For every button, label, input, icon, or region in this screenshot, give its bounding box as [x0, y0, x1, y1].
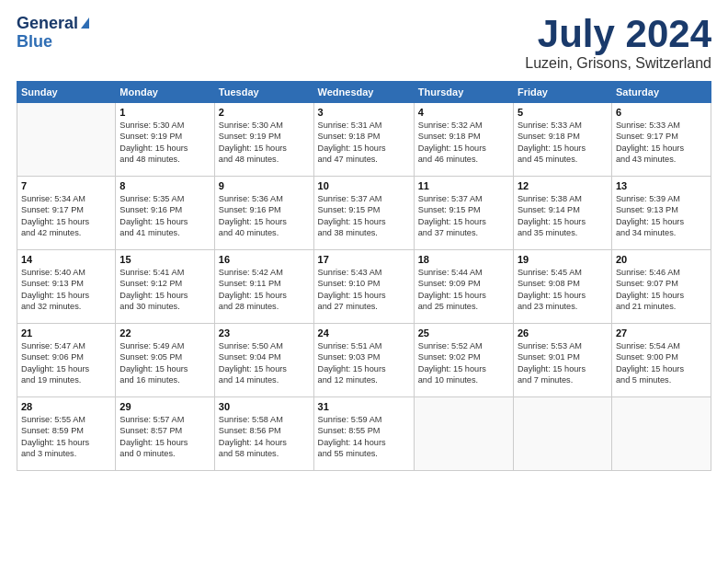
calendar-week-row: 21Sunrise: 5:47 AM Sunset: 9:06 PM Dayli…	[17, 324, 711, 397]
header-saturday: Saturday	[611, 82, 711, 103]
location: Luzein, Grisons, Switzerland	[525, 55, 711, 72]
day-info: Sunrise: 5:36 AM Sunset: 9:16 PM Dayligh…	[219, 193, 310, 239]
day-info: Sunrise: 5:54 AM Sunset: 9:00 PM Dayligh…	[616, 340, 707, 386]
header-sunday: Sunday	[17, 82, 116, 103]
weekday-header-row: Sunday Monday Tuesday Wednesday Thursday…	[17, 82, 711, 103]
calendar-day: 14Sunrise: 5:40 AM Sunset: 9:13 PM Dayli…	[17, 250, 116, 324]
day-info: Sunrise: 5:42 AM Sunset: 9:11 PM Dayligh…	[219, 267, 310, 313]
calendar-week-row: 28Sunrise: 5:55 AM Sunset: 8:59 PM Dayli…	[17, 397, 711, 471]
day-info: Sunrise: 5:50 AM Sunset: 9:04 PM Dayligh…	[219, 340, 310, 386]
day-number: 14	[21, 254, 111, 265]
day-info: Sunrise: 5:30 AM Sunset: 9:19 PM Dayligh…	[219, 120, 310, 166]
day-number: 8	[119, 180, 210, 191]
calendar-day: 9Sunrise: 5:36 AM Sunset: 9:16 PM Daylig…	[214, 177, 313, 250]
day-info: Sunrise: 5:58 AM Sunset: 8:56 PM Dayligh…	[219, 414, 310, 460]
calendar-day: 3Sunrise: 5:31 AM Sunset: 9:18 PM Daylig…	[313, 103, 414, 177]
logo: General Blue	[17, 15, 89, 52]
calendar-day: 20Sunrise: 5:46 AM Sunset: 9:07 PM Dayli…	[611, 250, 711, 324]
title-block: July 2024 Luzein, Grisons, Switzerland	[525, 15, 711, 72]
day-number: 19	[518, 254, 608, 265]
calendar-day: 17Sunrise: 5:43 AM Sunset: 9:10 PM Dayli…	[313, 250, 414, 324]
calendar-week-row: 1Sunrise: 5:30 AM Sunset: 9:19 PM Daylig…	[17, 103, 711, 177]
page: General Blue July 2024 Luzein, Grisons, …	[0, 0, 728, 563]
day-number: 21	[21, 327, 111, 339]
day-info: Sunrise: 5:32 AM Sunset: 9:18 PM Dayligh…	[418, 120, 509, 166]
day-info: Sunrise: 5:52 AM Sunset: 9:02 PM Dayligh…	[418, 340, 509, 386]
day-number: 28	[21, 401, 111, 412]
header-wednesday: Wednesday	[313, 82, 414, 103]
calendar-day: 27Sunrise: 5:54 AM Sunset: 9:00 PM Dayli…	[611, 324, 711, 397]
day-number: 6	[616, 107, 707, 118]
day-number: 25	[418, 327, 509, 339]
calendar-day: 31Sunrise: 5:59 AM Sunset: 8:55 PM Dayli…	[313, 397, 414, 471]
day-info: Sunrise: 5:38 AM Sunset: 9:14 PM Dayligh…	[518, 193, 608, 239]
day-number: 26	[518, 327, 608, 339]
logo-blue: Blue	[17, 32, 52, 51]
day-info: Sunrise: 5:30 AM Sunset: 9:19 PM Dayligh…	[119, 120, 210, 166]
header-thursday: Thursday	[414, 82, 513, 103]
day-info: Sunrise: 5:33 AM Sunset: 9:18 PM Dayligh…	[518, 120, 608, 166]
day-info: Sunrise: 5:31 AM Sunset: 9:18 PM Dayligh…	[318, 120, 410, 166]
calendar-day: 2Sunrise: 5:30 AM Sunset: 9:19 PM Daylig…	[214, 103, 313, 177]
calendar-day: 25Sunrise: 5:52 AM Sunset: 9:02 PM Dayli…	[414, 324, 513, 397]
day-number: 7	[21, 180, 111, 191]
day-number: 9	[219, 180, 310, 191]
day-info: Sunrise: 5:45 AM Sunset: 9:08 PM Dayligh…	[518, 267, 608, 313]
day-info: Sunrise: 5:49 AM Sunset: 9:05 PM Dayligh…	[119, 340, 210, 386]
day-number: 27	[616, 327, 707, 339]
month-title: July 2024	[525, 15, 711, 53]
calendar-day: 24Sunrise: 5:51 AM Sunset: 9:03 PM Dayli…	[313, 324, 414, 397]
calendar-day: 6Sunrise: 5:33 AM Sunset: 9:17 PM Daylig…	[611, 103, 711, 177]
day-number: 20	[616, 254, 707, 265]
day-info: Sunrise: 5:35 AM Sunset: 9:16 PM Dayligh…	[119, 193, 210, 239]
day-info: Sunrise: 5:47 AM Sunset: 9:06 PM Dayligh…	[21, 340, 111, 386]
calendar-day: 12Sunrise: 5:38 AM Sunset: 9:14 PM Dayli…	[513, 177, 611, 250]
calendar-day	[611, 397, 711, 471]
day-number: 18	[418, 254, 509, 265]
calendar-day	[414, 397, 513, 471]
calendar-day: 4Sunrise: 5:32 AM Sunset: 9:18 PM Daylig…	[414, 103, 513, 177]
day-number: 15	[119, 254, 210, 265]
calendar-day	[17, 103, 116, 177]
day-info: Sunrise: 5:59 AM Sunset: 8:55 PM Dayligh…	[318, 414, 410, 460]
day-info: Sunrise: 5:43 AM Sunset: 9:10 PM Dayligh…	[318, 267, 410, 313]
day-number: 30	[219, 401, 310, 412]
logo-general: General	[17, 15, 78, 33]
day-number: 1	[119, 107, 210, 118]
day-info: Sunrise: 5:34 AM Sunset: 9:17 PM Dayligh…	[21, 193, 111, 239]
day-number: 24	[318, 327, 410, 339]
day-number: 12	[518, 180, 608, 191]
day-number: 4	[418, 107, 509, 118]
calendar-day: 23Sunrise: 5:50 AM Sunset: 9:04 PM Dayli…	[214, 324, 313, 397]
calendar-day: 26Sunrise: 5:53 AM Sunset: 9:01 PM Dayli…	[513, 324, 611, 397]
calendar-day: 21Sunrise: 5:47 AM Sunset: 9:06 PM Dayli…	[17, 324, 116, 397]
calendar-day: 8Sunrise: 5:35 AM Sunset: 9:16 PM Daylig…	[116, 177, 215, 250]
day-number: 17	[318, 254, 410, 265]
calendar-week-row: 14Sunrise: 5:40 AM Sunset: 9:13 PM Dayli…	[17, 250, 711, 324]
day-info: Sunrise: 5:41 AM Sunset: 9:12 PM Dayligh…	[119, 267, 210, 313]
header-friday: Friday	[513, 82, 611, 103]
day-number: 23	[219, 327, 310, 339]
day-info: Sunrise: 5:37 AM Sunset: 9:15 PM Dayligh…	[318, 193, 410, 239]
calendar-day: 29Sunrise: 5:57 AM Sunset: 8:57 PM Dayli…	[116, 397, 215, 471]
day-number: 5	[518, 107, 608, 118]
day-number: 11	[418, 180, 509, 191]
calendar-day: 22Sunrise: 5:49 AM Sunset: 9:05 PM Dayli…	[116, 324, 215, 397]
calendar-day: 18Sunrise: 5:44 AM Sunset: 9:09 PM Dayli…	[414, 250, 513, 324]
calendar-day: 7Sunrise: 5:34 AM Sunset: 9:17 PM Daylig…	[17, 177, 116, 250]
day-info: Sunrise: 5:37 AM Sunset: 9:15 PM Dayligh…	[418, 193, 509, 239]
day-info: Sunrise: 5:44 AM Sunset: 9:09 PM Dayligh…	[418, 267, 509, 313]
day-info: Sunrise: 5:40 AM Sunset: 9:13 PM Dayligh…	[21, 267, 111, 313]
calendar-day: 28Sunrise: 5:55 AM Sunset: 8:59 PM Dayli…	[17, 397, 116, 471]
day-info: Sunrise: 5:57 AM Sunset: 8:57 PM Dayligh…	[119, 414, 210, 460]
day-info: Sunrise: 5:46 AM Sunset: 9:07 PM Dayligh…	[616, 267, 707, 313]
day-number: 16	[219, 254, 310, 265]
calendar-table: Sunday Monday Tuesday Wednesday Thursday…	[17, 81, 711, 471]
day-number: 22	[119, 327, 210, 339]
calendar-day: 13Sunrise: 5:39 AM Sunset: 9:13 PM Dayli…	[611, 177, 711, 250]
day-info: Sunrise: 5:53 AM Sunset: 9:01 PM Dayligh…	[518, 340, 608, 386]
day-number: 3	[318, 107, 410, 118]
logo-triangle-icon	[81, 17, 89, 29]
header-tuesday: Tuesday	[214, 82, 313, 103]
day-number: 10	[318, 180, 410, 191]
